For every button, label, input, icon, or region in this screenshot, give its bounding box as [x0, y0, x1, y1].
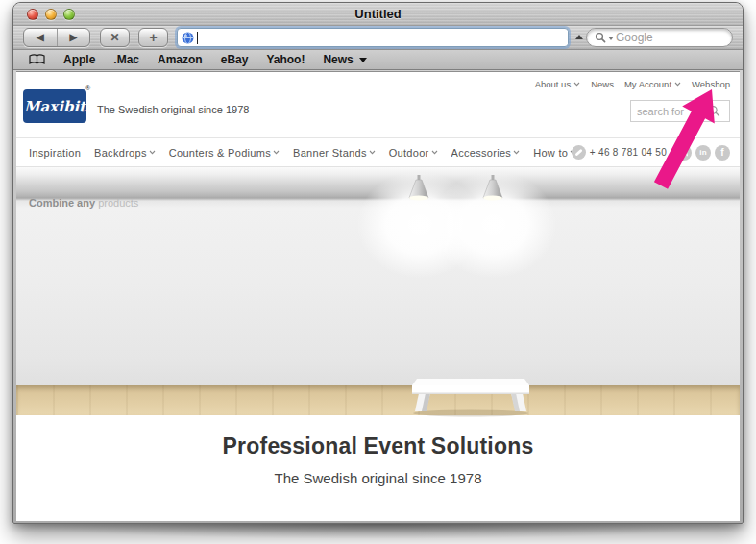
bookmark-apple[interactable]: Apple — [63, 53, 95, 66]
forward-button[interactable]: ▶ — [58, 29, 90, 46]
traffic-lights — [27, 9, 75, 20]
stop-button[interactable]: ✕ — [100, 28, 130, 47]
hero-caption: Combine any products — [29, 197, 138, 209]
window-title: Untitled — [13, 3, 743, 26]
maxibit-logo[interactable]: Maxibit — [23, 89, 86, 123]
title-bar[interactable]: Untitled — [13, 3, 743, 26]
nav-inspiration[interactable]: Inspiration — [29, 147, 81, 159]
globe-icon — [182, 32, 194, 44]
nav-counters-podiums[interactable]: Counters & Podiums — [169, 147, 280, 159]
browser-window: Untitled ◀ ▶ ✕ + — [12, 2, 744, 524]
utility-about-us[interactable]: About us — [535, 79, 581, 89]
close-button[interactable] — [27, 9, 38, 20]
chevron-down-icon — [513, 150, 520, 155]
phone-icon — [572, 145, 586, 160]
hero-caption-light: products — [95, 197, 138, 209]
nav-accessories[interactable]: Accessories — [451, 147, 521, 159]
nav-accessories-label: Accessories — [451, 147, 512, 159]
browser-toolbar: ◀ ▶ ✕ + — [13, 26, 743, 50]
bookmark-news-label: News — [323, 53, 353, 66]
chevron-down-icon — [573, 82, 580, 87]
back-button[interactable]: ◀ — [24, 29, 58, 46]
chevron-down-icon — [431, 150, 438, 155]
nav-inspiration-label: Inspiration — [29, 147, 81, 159]
chevron-down-icon — [369, 150, 376, 155]
page-content: Maxibit ® The Swedish original since 197… — [16, 71, 740, 521]
wood-floor — [16, 385, 740, 415]
nav-backdrops-label: Backdrops — [94, 147, 147, 159]
annotation-arrow — [644, 82, 730, 197]
utility-news-label: News — [591, 79, 614, 89]
google-search-input[interactable] — [616, 31, 702, 44]
page-headline: Professional Event Solutions — [16, 433, 740, 459]
nav-backdrops[interactable]: Backdrops — [94, 147, 156, 159]
resize-caret-icon[interactable] — [575, 35, 583, 39]
book-icon[interactable] — [29, 54, 45, 65]
window-drop-shadow — [6, 524, 750, 539]
hero-caption-strong: Combine any — [29, 197, 95, 209]
annotation-arrow-shape — [654, 89, 715, 189]
nav-banner-stands-label: Banner Stands — [293, 147, 367, 159]
spotlight-lamp-icon — [407, 175, 430, 204]
utility-news[interactable]: News — [591, 79, 614, 89]
bookmark-amazon[interactable]: Amazon — [158, 53, 203, 66]
add-bookmark-button[interactable]: + — [138, 28, 168, 47]
bookmark-yahoo[interactable]: Yahoo! — [266, 53, 305, 66]
nav-outdoor-label: Outdoor — [389, 147, 429, 159]
hero-banner[interactable]: Combine any products — [16, 167, 740, 415]
zoom-button[interactable] — [63, 9, 75, 20]
bookmarks-bar: Apple .Mac Amazon eBay Yahoo! News — [13, 50, 743, 70]
nav-how-to-label: How to — [533, 147, 568, 159]
nav-how-to[interactable]: How to — [533, 147, 576, 159]
nav-counters-podiums-label: Counters & Podiums — [169, 147, 271, 159]
address-input[interactable] — [201, 31, 568, 44]
address-bar[interactable] — [177, 28, 569, 47]
bookmark-ebay[interactable]: eBay — [221, 53, 249, 66]
page-subheadline: The Swedish original since 1978 — [16, 470, 740, 486]
chevron-down-icon — [149, 150, 156, 155]
nav-outdoor[interactable]: Outdoor — [389, 147, 438, 159]
search-engine-dropdown-icon[interactable] — [608, 37, 614, 40]
bookmark-dotmac[interactable]: .Mac — [113, 53, 139, 66]
nav-banner-stands[interactable]: Banner Stands — [293, 147, 376, 159]
spotlight-lamp-icon — [481, 175, 504, 204]
display-bench — [407, 377, 534, 417]
google-search-field[interactable] — [586, 28, 733, 47]
main-nav: Inspiration Backdrops Counters & Podiums… — [16, 137, 740, 167]
bookmark-news-menu[interactable]: News — [323, 53, 366, 66]
minimize-button[interactable] — [45, 9, 57, 20]
text-caret — [197, 32, 198, 44]
utility-about-us-label: About us — [535, 79, 572, 89]
back-forward-buttons: ◀ ▶ — [23, 28, 90, 47]
registered-mark: ® — [85, 85, 90, 91]
magnifier-icon — [595, 32, 606, 43]
chevron-down-icon — [273, 150, 280, 155]
header-tagline: The Swedish original since 1978 — [97, 104, 249, 115]
menu-arrow-icon — [359, 58, 367, 62]
